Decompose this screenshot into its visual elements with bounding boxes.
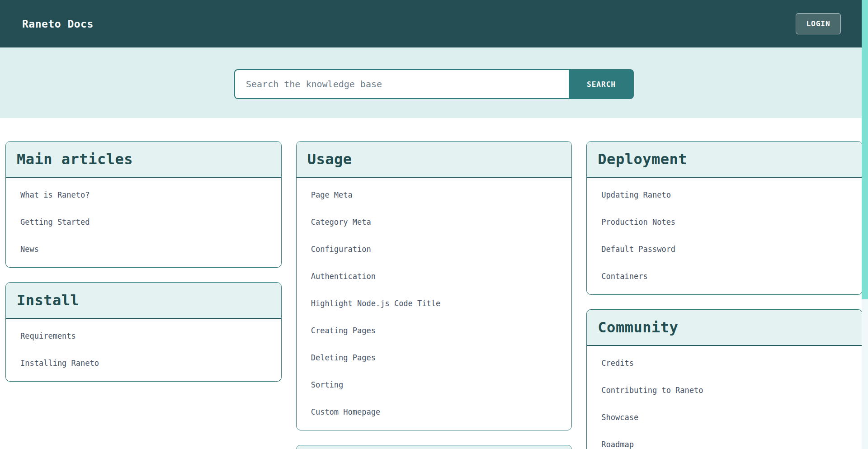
category-title-install: Install xyxy=(6,283,281,319)
login-button[interactable]: LOGIN xyxy=(796,13,841,34)
page-title: Raneto Docs xyxy=(22,18,94,30)
partial-card-header xyxy=(297,445,572,449)
category-item-requirements[interactable]: Requirements xyxy=(6,322,281,350)
category-item-deleting-pages[interactable]: Deleting Pages xyxy=(297,344,572,371)
column-right: DeploymentUpdating RanetoProduction Note… xyxy=(586,141,863,449)
scrollbar[interactable] xyxy=(862,0,868,449)
category-item-list: Page MetaCategory MetaConfigurationAuthe… xyxy=(297,178,572,430)
category-item-showcase[interactable]: Showcase xyxy=(587,404,862,431)
category-item-category-meta[interactable]: Category Meta xyxy=(297,208,572,236)
category-card-install: InstallRequirementsInstalling Raneto xyxy=(5,282,282,382)
category-item-news[interactable]: News xyxy=(6,236,281,263)
category-card-deployment: DeploymentUpdating RanetoProduction Note… xyxy=(586,141,863,295)
category-card-usage: UsagePage MetaCategory MetaConfiguration… xyxy=(296,141,572,430)
search-button[interactable]: SEARCH xyxy=(569,69,634,99)
category-item-sorting[interactable]: Sorting xyxy=(297,371,572,398)
category-item-page-meta[interactable]: Page Meta xyxy=(297,181,572,208)
partial-card xyxy=(296,445,572,449)
column-left: Main articlesWhat is Raneto?Getting Star… xyxy=(5,141,282,396)
category-item-default-password[interactable]: Default Password xyxy=(587,236,862,263)
category-item-creating-pages[interactable]: Creating Pages xyxy=(297,317,572,344)
category-item-highlight-node-js-code-title[interactable]: Highlight Node.js Code Title xyxy=(297,290,572,317)
category-item-contributing-to-raneto[interactable]: Contributing to Raneto xyxy=(587,377,862,404)
category-item-getting-started[interactable]: Getting Started xyxy=(6,208,281,236)
category-item-what-is-raneto[interactable]: What is Raneto? xyxy=(6,181,281,208)
category-item-authentication[interactable]: Authentication xyxy=(297,263,572,290)
top-header: Raneto Docs LOGIN xyxy=(0,0,868,47)
category-item-roadmap[interactable]: Roadmap xyxy=(587,431,862,449)
category-item-installing-raneto[interactable]: Installing Raneto xyxy=(6,350,281,377)
category-card-main-articles: Main articlesWhat is Raneto?Getting Star… xyxy=(5,141,282,268)
category-title-deployment: Deployment xyxy=(587,142,862,178)
category-item-list: RequirementsInstalling Raneto xyxy=(6,319,281,381)
category-title-community: Community xyxy=(587,310,862,346)
category-item-list: Updating RanetoProduction NotesDefault P… xyxy=(587,178,862,294)
search-input[interactable] xyxy=(234,69,569,99)
search-section: SEARCH xyxy=(0,47,868,118)
search-form: SEARCH xyxy=(234,69,634,99)
category-item-updating-raneto[interactable]: Updating Raneto xyxy=(587,181,862,208)
scrollbar-thumb[interactable] xyxy=(862,0,868,299)
category-title-main-articles: Main articles xyxy=(6,142,281,178)
category-item-configuration[interactable]: Configuration xyxy=(297,236,572,263)
categories-grid: Main articlesWhat is Raneto?Getting Star… xyxy=(0,118,868,449)
category-title-usage: Usage xyxy=(297,142,572,178)
category-item-production-notes[interactable]: Production Notes xyxy=(587,208,862,236)
column-middle: UsagePage MetaCategory MetaConfiguration… xyxy=(296,141,572,449)
category-item-custom-homepage[interactable]: Custom Homepage xyxy=(297,398,572,425)
category-item-list: CreditsContributing to RanetoShowcaseRoa… xyxy=(587,346,862,449)
category-item-credits[interactable]: Credits xyxy=(587,350,862,377)
category-item-containers[interactable]: Containers xyxy=(587,263,862,290)
category-item-list: What is Raneto?Getting StartedNews xyxy=(6,178,281,267)
category-card-community: CommunityCreditsContributing to RanetoSh… xyxy=(586,309,863,449)
